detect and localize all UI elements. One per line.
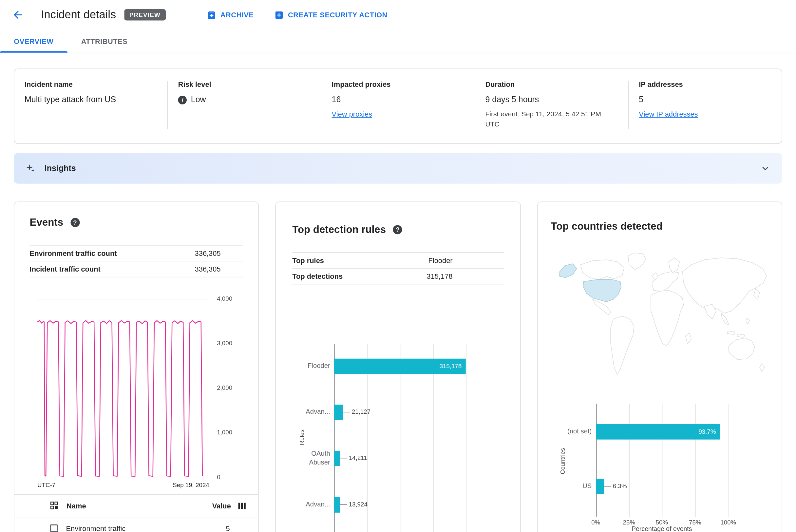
- legend-checkbox[interactable]: [50, 525, 58, 532]
- y-axis-tick-label: 0: [217, 473, 220, 480]
- traffic-line-series: [37, 299, 209, 477]
- table-row: Top rules Flooder: [292, 252, 504, 268]
- bar: [596, 479, 604, 494]
- category-label: Advan...: [292, 403, 330, 421]
- value-connector-line: [343, 412, 349, 412]
- y-axis-tick-label: 3,000: [217, 340, 232, 347]
- legend-series-value: 5: [226, 524, 230, 532]
- incident-details-page: Incident details PREVIEW ARCHIVE CREATE …: [0, 0, 796, 532]
- bar-value-label: 14,211: [349, 454, 367, 461]
- risk-level-value: Low: [191, 95, 206, 104]
- help-icon[interactable]: ?: [71, 218, 80, 227]
- view-ip-addresses-link[interactable]: View IP addresses: [639, 110, 698, 118]
- gridline: [695, 403, 696, 516]
- value-connector-line: [340, 504, 346, 505]
- x-axis-title: Percentage of events: [631, 525, 692, 532]
- card-title: Events: [30, 216, 63, 228]
- category-label: US: [551, 477, 592, 495]
- category-label: OAuth Abuser: [292, 449, 330, 467]
- info-icon: i: [178, 95, 187, 104]
- legend-header: Name Value: [14, 494, 259, 518]
- legend-series-name: Environment traffic: [66, 524, 126, 532]
- map-continents: [581, 252, 766, 374]
- table-row: Environment traffic count 336,305: [30, 245, 243, 261]
- card-title: Top countries detected: [551, 221, 662, 232]
- category-label: (not set): [551, 422, 592, 441]
- stat-value: 336,305: [195, 265, 243, 273]
- x-axis-tick-label: 50%: [656, 518, 668, 526]
- tab-attributes[interactable]: ATTRIBUTES: [68, 30, 141, 53]
- field-value: 16: [332, 95, 463, 104]
- stat-label: Environment traffic count: [30, 249, 117, 257]
- bar-value-label: 21,127: [352, 408, 371, 415]
- summary-risk-level: Risk level i Low: [168, 80, 321, 130]
- category-label: Advan...: [292, 496, 330, 514]
- archive-button-label: ARCHIVE: [221, 11, 254, 19]
- x-axis-tick-label: 0%: [591, 518, 600, 526]
- back-arrow-icon: [12, 9, 24, 21]
- summary-incident-name: Incident name Multi type attack from US: [14, 80, 167, 130]
- help-icon[interactable]: ?: [393, 225, 402, 234]
- stat-value: 336,305: [195, 249, 243, 257]
- top-countries-card: Top countries detected: [537, 202, 782, 532]
- stat-label: Top detections: [292, 272, 343, 280]
- stat-label: Top rules: [292, 256, 324, 264]
- category-label: Flooder: [292, 357, 330, 375]
- y-axis-tick-label: 2,000: [217, 384, 232, 392]
- field-value: 5: [639, 95, 771, 104]
- value-connector-line: [604, 486, 611, 487]
- page-header: Incident details PREVIEW ARCHIVE CREATE …: [0, 0, 796, 30]
- columns-icon[interactable]: [238, 502, 246, 510]
- summary-ip-addresses: IP addresses 5 View IP addresses: [629, 80, 782, 130]
- field-label: IP addresses: [639, 80, 771, 89]
- sparkle-icon: [25, 163, 35, 173]
- x-axis-tick-label: 75%: [689, 518, 701, 526]
- gridline: [467, 344, 468, 532]
- archive-icon: [206, 10, 216, 20]
- bar-value-label: 6.3%: [613, 482, 627, 489]
- legend-value-header: Value: [212, 502, 231, 510]
- y-axis-title: Countries: [559, 448, 566, 474]
- value-connector-line: [340, 458, 346, 458]
- y-axis-title: Rules: [299, 429, 306, 445]
- charts-row: Events ? Environment traffic count 336,3…: [14, 202, 782, 532]
- field-label: Risk level: [178, 80, 310, 89]
- legend-name-header: Name: [67, 502, 86, 510]
- field-value: 9 days 5 hours: [485, 95, 617, 104]
- legend-row: Environment traffic 5: [14, 518, 259, 532]
- rules-bar-chart: Rules Flooder315,178Advan...21,127OAuth …: [292, 284, 504, 532]
- x-axis-tick-label: 100%: [720, 518, 736, 526]
- world-map: [551, 246, 768, 385]
- bar-with-value-label: 93.7%: [596, 424, 720, 439]
- gridline: [596, 403, 597, 516]
- y-axis-tick-label: 4,000: [217, 295, 232, 302]
- view-proxies-link[interactable]: View proxies: [332, 110, 373, 118]
- gridline: [662, 403, 662, 516]
- incident-summary-card: Incident name Multi type attack from US …: [14, 69, 782, 144]
- field-value: Multi type attack from US: [24, 95, 156, 104]
- archive-button[interactable]: ARCHIVE: [206, 10, 253, 20]
- bar: [334, 451, 340, 466]
- chevron-down-icon[interactable]: [760, 163, 771, 174]
- field-label: Incident name: [24, 80, 156, 89]
- events-stats-table: Environment traffic count 336,305 Incide…: [30, 245, 243, 277]
- table-row: Incident traffic count 336,305: [30, 261, 243, 277]
- x-axis-tick-label: 25%: [623, 518, 636, 526]
- stat-label: Incident traffic count: [30, 265, 100, 273]
- insights-banner[interactable]: Insights: [14, 153, 782, 184]
- page-title: Incident details: [41, 8, 116, 22]
- back-button[interactable]: [11, 8, 24, 22]
- top-detection-rules-card: Top detection rules ? Top rules Flooder …: [276, 202, 521, 532]
- table-row: Top detections 315,178: [292, 268, 504, 284]
- stat-value: Flooder: [428, 256, 504, 264]
- stat-value: 315,178: [427, 272, 504, 280]
- bar: [334, 497, 340, 512]
- field-label: Impacted proxies: [332, 80, 463, 89]
- bar-value-label: 13,924: [349, 500, 367, 508]
- create-security-action-button[interactable]: CREATE SECURITY ACTION: [274, 10, 387, 20]
- chart-legend: Name Value Environment traffic 5: [14, 494, 259, 532]
- preview-badge: PREVIEW: [124, 9, 166, 20]
- tab-overview[interactable]: OVERVIEW: [0, 30, 68, 53]
- events-line-chart: UTC-7 Sep 19, 2024 01,0002,0003,0004,000: [30, 279, 243, 494]
- legend-grid-icon[interactable]: [50, 501, 58, 511]
